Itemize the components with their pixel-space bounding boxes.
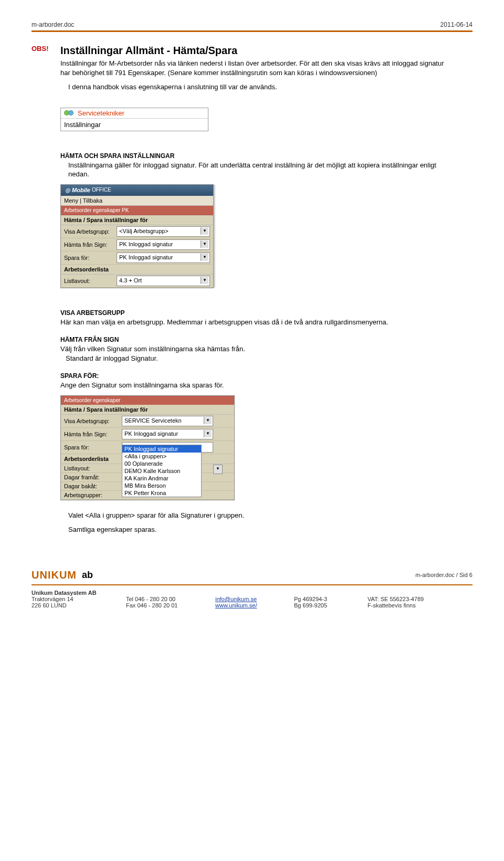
logo-text-1: UNIKUM (32, 569, 77, 581)
eg-row-hamta-fran-sign: Hämta från Sign: PK Inloggad signatur (61, 428, 234, 441)
hamtasign-line2: Standard är inloggad Signatur. (66, 354, 452, 363)
pg: Pg 469294-3 (294, 596, 368, 602)
visa-heading: VISA ARBETSGRUPP (60, 309, 452, 317)
egenskaper-panel: Arbetsorder egenskaper Hämta / Spara ins… (60, 395, 235, 500)
intro-text: Inställningar för M-Arbetsorder nås via … (60, 59, 452, 77)
scrollbar[interactable] (214, 185, 215, 288)
obs-label: OBS! (32, 45, 52, 52)
page-header: m-arborder.doc 2011-06-14 (32, 21, 472, 28)
arbetsorderlista-label: Arbetsorderlista (61, 265, 213, 275)
hamta-fran-sign-select[interactable]: PK Inloggad signatur (117, 239, 210, 250)
visa-arbetsgrupp-select[interactable]: <Välj Arbetsgrupp> (117, 226, 210, 237)
listlayout-label: Listlavout: (64, 278, 117, 284)
header-divider (32, 30, 472, 32)
logo-text-2: ab (82, 570, 93, 581)
addr-2: 226 60 LUND (32, 602, 126, 608)
email-link[interactable]: info@unikum.se (215, 596, 257, 602)
eg-spara-for-label: Spara för: (64, 444, 122, 450)
brand-office: OFFICE (92, 187, 111, 193)
page-title: Inställningar Allmänt - Hämta/Spara (60, 45, 452, 57)
role-label: Servicetekniker (78, 109, 124, 117)
eg-row-visa-arbetsgrupp: Visa Arbetsgrupp: SERVICE Servicetekn (61, 415, 234, 428)
final-line-2: Samtliga egenskaper sparas. (68, 525, 452, 534)
hamtasign-line1: Välj från vilken Signatur som inställnin… (60, 344, 452, 354)
bg: Bg 699-9205 (294, 602, 368, 608)
brand-mobile: Mobile (72, 187, 90, 193)
spara-for-options-list[interactable]: PK Inloggad signatur<Alla i gruppen>00 O… (122, 445, 202, 497)
row-hamta-fran-sign: Hämta från Sign: PK Inloggad signatur (61, 238, 213, 251)
mobile-office-section: Arbetsorder egenskaper PK (61, 206, 213, 215)
option-item[interactable]: DEMO Kalle Karlsson (122, 467, 201, 475)
option-item[interactable]: 00 Oplanerade (122, 460, 201, 467)
fax: Fax 046 - 280 20 01 (126, 602, 215, 608)
page-footer: UNIKUM ab m-arborder.doc / Sid 6 Unikum … (32, 566, 472, 608)
doc-date: 2011-06-14 (440, 21, 472, 28)
hamtasign-heading: HÄMTA FRÅN SIGN (60, 336, 452, 343)
hamta-spara-panel-label: Hämta / Spara inställningar för (61, 215, 213, 225)
doc-name: m-arborder.doc (32, 21, 74, 28)
egenskaper-panel-label: Hämta / Spara inställningar för (61, 405, 234, 415)
eg-visa-arbetsgrupp-select[interactable]: SERVICE Servicetekn (122, 416, 213, 426)
servicetekniker-panel: Servicetekniker Inställningar (60, 108, 208, 131)
eg-visa-arbetsgrupp-label: Visa Arbetsgrupp: (64, 418, 122, 424)
handbook-note: I denna handbok visas egenskaperna i ans… (68, 82, 452, 92)
row-visa-arbetsgrupp: Visa Arbetsgrupp: <Välj Arbetsgrupp> (61, 225, 213, 238)
hamta-fran-sign-label: Hämta från Sign: (64, 242, 117, 248)
eg-dagar-bakat-label: Dagar bakåt: (64, 483, 122, 489)
option-item[interactable]: KA Karin Andmar (122, 475, 201, 482)
eg-arbetsgrupper-label: Arbetsgrupper: (64, 492, 122, 498)
egenskaper-section: Arbetsorder egenskaper (61, 396, 234, 405)
row-spara-for: Spara för: PK Inloggad signatur (61, 251, 213, 265)
people-icon (64, 109, 75, 117)
fskatt: F-skattebevis finns (368, 602, 457, 608)
phone: Tel 046 - 280 20 00 (126, 596, 215, 602)
option-item[interactable]: PK Inloggad signatur (122, 445, 201, 453)
addr-1: Traktorvägen 14 (32, 596, 126, 602)
unikum-logo: UNIKUM ab (32, 569, 472, 581)
option-item[interactable]: MB Mira Berson (122, 482, 201, 489)
option-item[interactable]: <Alla i gruppen> (122, 453, 201, 460)
hamta-spara-text: Inställningarna gäller för inloggad sign… (68, 161, 452, 179)
visa-text: Här kan man välja en arbetsgrupp. Medlem… (60, 318, 452, 327)
mobile-office-nav[interactable]: Meny | Tillbaka (61, 196, 213, 206)
sparafor-heading: SPARA FÖR: (60, 372, 452, 380)
visa-arbetsgrupp-label: Visa Arbetsgrupp: (64, 228, 117, 235)
row-listlayout: Listlavout: 4.3 + Ort (61, 275, 213, 288)
mobile-office-panel: ◎ Mobile OFFICE Meny | Tillbaka Arbetsor… (60, 184, 214, 288)
page-ref: m-arborder.doc / Sid 6 (415, 572, 472, 578)
spara-for-select[interactable]: PK Inloggad signatur (117, 253, 210, 263)
settings-link[interactable]: Inställningar (61, 119, 208, 131)
footer-divider (32, 584, 472, 585)
eg-dagar-framat-label: Dagar framåt: (64, 474, 122, 480)
option-item[interactable]: PK Petter Krona (122, 489, 201, 497)
dropdown-arrow-icon[interactable]: ▼ (213, 465, 223, 474)
company-name: Unikum Datasystem AB (32, 590, 126, 596)
vat: VAT: SE 556223-4789 (368, 596, 457, 602)
footer-grid: Unikum Datasystem AB Traktorvägen 14 Tel… (32, 590, 472, 608)
eg-listlayout-label: Listlayout: (64, 465, 122, 471)
sparafor-text: Ange den Signatur som inställningarna sk… (60, 381, 452, 390)
listlayout-select[interactable]: 4.3 + Ort (117, 276, 210, 286)
eg-hamta-fran-sign-label: Hämta från Sign: (64, 431, 122, 437)
eg-hamta-fran-sign-select[interactable]: PK Inloggad signatur (122, 429, 213, 439)
hamta-spara-heading: HÄMTA OCH SPARA INSTÄLLNINGAR (60, 152, 452, 160)
mobile-office-titlebar: ◎ Mobile OFFICE (61, 185, 213, 196)
final-line-1: Valet <Alla i gruppen> sparar för alla S… (68, 511, 452, 520)
web-link[interactable]: www.unikum.se/ (215, 602, 257, 608)
spara-for-label: Spara för: (64, 255, 117, 261)
